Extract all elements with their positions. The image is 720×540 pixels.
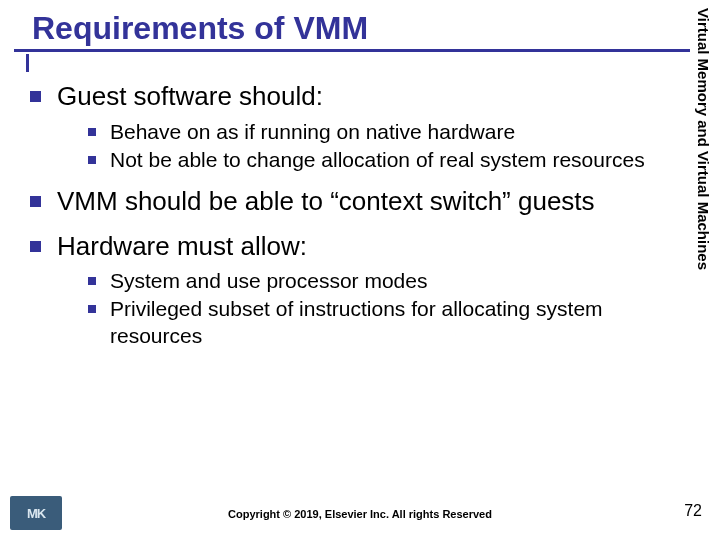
title-area: Requirements of VMM [0,10,720,52]
bullet-list-level2: System and use processor modes Privilege… [88,268,670,349]
bullet-list-level1: Guest software should: Behave on as if r… [30,80,670,349]
list-item: System and use processor modes [88,268,670,294]
bullet-text: Not be able to change allocation of real… [110,147,645,173]
bullet-text: Privileged subset of instructions for al… [110,296,670,349]
square-bullet-icon [30,241,41,252]
square-bullet-icon [30,91,41,102]
square-bullet-icon [88,305,96,313]
content-area: Guest software should: Behave on as if r… [30,80,670,361]
list-item: Guest software should: Behave on as if r… [30,80,670,173]
bullet-text: Hardware must allow: [57,230,307,263]
title-tick-mark [26,54,29,72]
square-bullet-icon [30,196,41,207]
slide: Requirements of VMM Virtual Memory and V… [0,0,720,540]
list-item: Not be able to change allocation of real… [88,147,670,173]
list-item: VMM should be able to “context switch” g… [30,185,670,218]
bullet-text: Behave on as if running on native hardwa… [110,119,515,145]
bullet-list-level2: Behave on as if running on native hardwa… [88,119,670,174]
list-item: Behave on as if running on native hardwa… [88,119,670,145]
square-bullet-icon [88,156,96,164]
sidebar-section-label: Virtual Memory and Virtual Machines [688,6,712,356]
list-item: Hardware must allow: System and use proc… [30,230,670,349]
title-underline: Requirements of VMM [14,10,690,52]
square-bullet-icon [88,277,96,285]
bullet-text: VMM should be able to “context switch” g… [57,185,595,218]
square-bullet-icon [88,128,96,136]
list-item: Privileged subset of instructions for al… [88,296,670,349]
slide-title: Requirements of VMM [14,10,690,49]
copyright-text: Copyright © 2019, Elsevier Inc. All righ… [0,508,720,520]
page-number: 72 [684,502,702,520]
bullet-text: Guest software should: [57,80,323,113]
bullet-text: System and use processor modes [110,268,427,294]
